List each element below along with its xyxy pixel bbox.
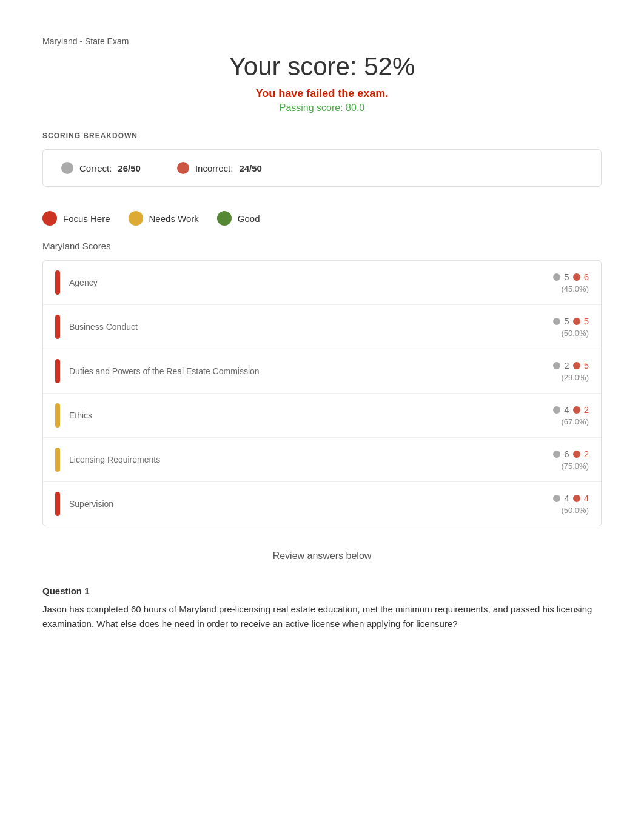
table-row: Ethics 4 2 (67.0%)	[43, 394, 601, 438]
score-row-left: Agency	[55, 270, 98, 295]
exam-label: Maryland - State Exam	[42, 36, 602, 46]
category-name: Licensing Requirements	[69, 455, 160, 464]
category-name: Ethics	[69, 411, 92, 420]
mini-incorrect-dot	[573, 495, 580, 502]
mini-incorrect-dot	[573, 273, 580, 281]
passing-score: Passing score: 80.0	[42, 102, 602, 113]
mini-correct-dot	[553, 495, 560, 502]
correct-score: Correct: 26/50	[61, 162, 141, 174]
score-pct: (29.0%)	[561, 373, 589, 382]
score-numbers: 5 6	[553, 272, 589, 282]
score-pct: (75.0%)	[561, 461, 589, 471]
score-row-left: Supervision	[55, 492, 113, 516]
focus-label: Focus Here	[63, 213, 110, 224]
mini-incorrect-dot	[573, 318, 580, 325]
scores-box: Agency 5 6 (45.0%) Business Conduct 5 5 …	[42, 260, 602, 526]
score-row-right: 6 2 (75.0%)	[553, 449, 589, 471]
category-name: Business Conduct	[69, 322, 138, 332]
scoring-breakdown-box: Correct: 26/50 Incorrect: 24/50	[42, 149, 602, 187]
incorrect-value: 24/50	[239, 163, 262, 173]
num-incorrect: 5	[584, 316, 589, 326]
focus-dot	[42, 211, 57, 226]
score-numbers: 5 5	[553, 316, 589, 326]
num-incorrect: 4	[584, 493, 589, 503]
score-row-right: 5 5 (50.0%)	[553, 316, 589, 338]
score-row-right: 2 5 (29.0%)	[553, 360, 589, 382]
num-correct: 4	[564, 404, 569, 415]
score-pct: (50.0%)	[561, 329, 589, 338]
incorrect-dot	[177, 162, 189, 174]
num-incorrect: 2	[584, 404, 589, 415]
needs-dot	[129, 211, 143, 226]
mini-incorrect-dot	[573, 362, 580, 369]
num-incorrect: 6	[584, 272, 589, 282]
num-incorrect: 5	[584, 360, 589, 371]
score-row-left: Licensing Requirements	[55, 448, 160, 472]
table-row: Supervision 4 4 (50.0%)	[43, 482, 601, 526]
num-correct: 2	[564, 360, 569, 371]
bar-indicator	[55, 270, 60, 295]
category-name: Agency	[69, 278, 98, 287]
table-row: Licensing Requirements 6 2 (75.0%)	[43, 438, 601, 482]
num-correct: 6	[564, 449, 569, 459]
mini-correct-dot	[553, 273, 560, 281]
score-pct: (50.0%)	[561, 506, 589, 515]
legend-focus: Focus Here	[42, 211, 110, 226]
bar-indicator	[55, 315, 60, 339]
score-pct: (45.0%)	[561, 284, 589, 293]
score-numbers: 6 2	[553, 449, 589, 459]
num-correct: 4	[564, 493, 569, 503]
score-row-right: 4 2 (67.0%)	[553, 404, 589, 426]
mini-correct-dot	[553, 451, 560, 458]
correct-dot	[61, 162, 73, 174]
maryland-scores-title: Maryland Scores	[42, 241, 602, 251]
mini-incorrect-dot	[573, 406, 580, 414]
fail-text: You have failed the exam.	[42, 87, 602, 100]
legend-good: Good	[217, 211, 260, 226]
table-row: Agency 5 6 (45.0%)	[43, 261, 601, 305]
bar-indicator	[55, 403, 60, 428]
question-1-label: Question 1	[42, 586, 602, 596]
correct-label: Correct:	[79, 163, 112, 173]
score-row-left: Business Conduct	[55, 315, 138, 339]
score-numbers: 4 2	[553, 404, 589, 415]
category-name: Duties and Powers of the Real Estate Com…	[69, 366, 260, 376]
num-correct: 5	[564, 272, 569, 282]
review-text: Review answers below	[42, 551, 602, 562]
num-correct: 5	[564, 316, 569, 326]
legend-needs: Needs Work	[129, 211, 199, 226]
good-label: Good	[238, 213, 260, 224]
score-numbers: 4 4	[553, 493, 589, 503]
category-name: Supervision	[69, 499, 113, 509]
question-1-text: Jason has completed 60 hours of Maryland…	[42, 602, 602, 631]
scoring-breakdown-title: SCORING BREAKDOWN	[42, 132, 602, 140]
correct-value: 26/50	[118, 163, 141, 173]
score-numbers: 2 5	[553, 360, 589, 371]
incorrect-label: Incorrect:	[195, 163, 233, 173]
question-1-block: Question 1 Jason has completed 60 hours …	[42, 586, 602, 631]
bar-indicator	[55, 492, 60, 516]
score-row-right: 5 6 (45.0%)	[553, 272, 589, 293]
needs-label: Needs Work	[149, 213, 199, 224]
table-row: Business Conduct 5 5 (50.0%)	[43, 305, 601, 349]
bar-indicator	[55, 448, 60, 472]
table-row: Duties and Powers of the Real Estate Com…	[43, 349, 601, 394]
mini-correct-dot	[553, 406, 560, 414]
score-row-right: 4 4 (50.0%)	[553, 493, 589, 515]
incorrect-score: Incorrect: 24/50	[177, 162, 262, 174]
legend-row: Focus Here Needs Work Good	[42, 211, 602, 226]
score-pct: (67.0%)	[561, 417, 589, 426]
good-dot	[217, 211, 232, 226]
score-row-left: Duties and Powers of the Real Estate Com…	[55, 359, 260, 383]
score-row-left: Ethics	[55, 403, 92, 428]
bar-indicator	[55, 359, 60, 383]
mini-incorrect-dot	[573, 451, 580, 458]
mini-correct-dot	[553, 362, 560, 369]
num-incorrect: 2	[584, 449, 589, 459]
mini-correct-dot	[553, 318, 560, 325]
score-title: Your score: 52%	[42, 52, 602, 81]
